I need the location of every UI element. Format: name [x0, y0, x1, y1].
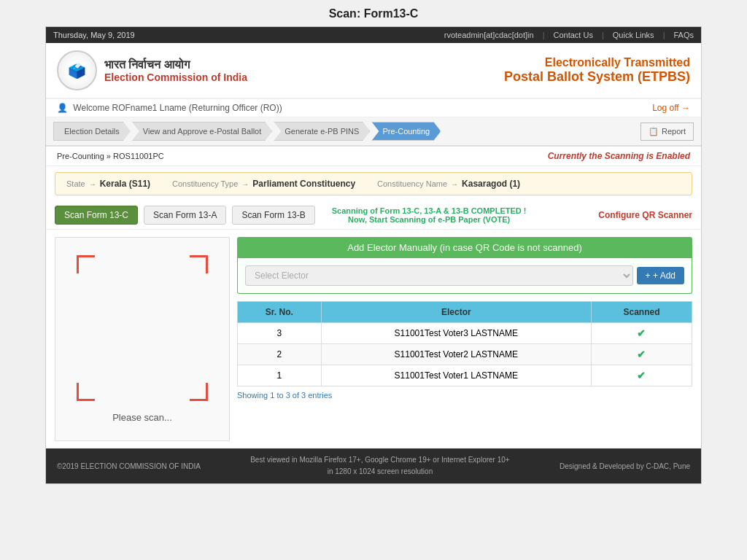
info-bar: State → Kerala (S11) Constituency Type →…	[55, 172, 692, 195]
cell-sr-no: 3	[238, 323, 322, 344]
welcome-text-container: 👤 Welcome ROFname1 Lname (Returning Offi…	[57, 103, 282, 113]
configure-qr-link[interactable]: Configure QR Scanner	[598, 210, 692, 220]
state-label: State	[66, 179, 85, 188]
scan-form-13c-button[interactable]: Scan Form 13-C	[55, 206, 138, 225]
scan-buttons-bar: Scan Form 13-C Scan Form 13-A Scan Form …	[46, 201, 701, 230]
welcome-text: Welcome ROFname1 Lname (Returning Office…	[73, 103, 282, 113]
add-elector-section: Add Elector Manually (in case QR Code is…	[237, 237, 692, 294]
cell-elector: S11001Test Voter3 LASTNAME	[321, 323, 591, 344]
tab-pre-counting[interactable]: Pre-Counting	[371, 122, 441, 141]
scan-form-13b-button[interactable]: Scan Form 13-B	[232, 206, 314, 225]
cell-scanned: ✔	[591, 344, 692, 365]
cell-sr-no: 1	[238, 365, 322, 386]
checkmark-icon: ✔	[637, 370, 646, 381]
scan-form-13a-button[interactable]: Scan Form 13-A	[144, 206, 226, 225]
tab-view-approve[interactable]: View and Approve e-Postal Ballot	[132, 122, 272, 141]
col-sr-no: Sr. No.	[238, 302, 322, 323]
scanner-corners	[77, 255, 208, 401]
elector-table: Sr. No. Elector Scanned 3 S11001Test Vot…	[237, 301, 692, 386]
cell-sr-no: 2	[238, 344, 322, 365]
right-panel: Add Elector Manually (in case QR Code is…	[237, 237, 692, 441]
table-row: 3 S11001Test Voter3 LASTNAME ✔	[238, 323, 692, 344]
state-value: Kerala (S11)	[100, 179, 150, 189]
corner-top-right	[190, 255, 208, 273]
email-label: rvoteadmin[at]cdac[dot]in	[444, 31, 534, 39]
col-elector: Elector	[321, 302, 591, 323]
org-name-eng: Election Commission of India	[104, 71, 247, 83]
constituency-type-info: Constituency Type → Parliament Constitue…	[172, 179, 355, 189]
resolution-text: in 1280 x 1024 screen resolution	[250, 466, 509, 478]
header-right: Electronically Transmitted Postal Ballot…	[504, 56, 690, 85]
breadcrumb-bar: Pre-Counting » ROS11001PC Currently the …	[46, 147, 701, 166]
corner-top-left	[77, 255, 95, 273]
top-bar: Thursday, May 9, 2019 rvoteadmin[at]cdac…	[46, 27, 701, 43]
date-label: Thursday, May 9, 2019	[53, 31, 135, 39]
scan-status-line1: Scanning of Form 13-C, 13-A & 13-B COMPL…	[332, 206, 527, 215]
cell-scanned: ✔	[591, 323, 692, 344]
logout-link[interactable]: Log off →	[652, 103, 690, 113]
tab-election-details[interactable]: Election Details	[53, 122, 131, 141]
nav-tabs: Election Details View and Approve e-Post…	[46, 117, 701, 147]
main-content: Please scan... Add Elector Manually (in …	[46, 230, 701, 448]
faqs-link[interactable]: FAQs	[673, 31, 694, 39]
add-elector-body: Select Elector + + Add	[237, 258, 692, 294]
constituency-name-label: Constituency Name	[377, 179, 447, 188]
corner-bottom-left	[77, 383, 95, 401]
footer-center: Best viewed in Mozilla Firefox 17+, Goog…	[250, 454, 509, 478]
welcome-bar: 👤 Welcome ROFname1 Lname (Returning Offi…	[46, 98, 701, 117]
table-row: 2 S11001Test Voter2 LASTNAME ✔	[238, 344, 692, 365]
add-elector-header: Add Elector Manually (in case QR Code is…	[237, 237, 692, 258]
cell-scanned: ✔	[591, 365, 692, 386]
scan-status-message: Scanning of Form 13-C, 13-A & 13-B COMPL…	[332, 206, 527, 224]
report-icon: 📋	[649, 127, 659, 136]
report-button[interactable]: 📋 Report	[640, 122, 694, 141]
footer: ©2019 ELECTION COMMISSION OF INDIA Best …	[46, 448, 701, 483]
constituency-type-value: Parliament Constituency	[252, 179, 355, 189]
cell-elector: S11001Test Voter2 LASTNAME	[321, 344, 591, 365]
constituency-name-value: Kasaragod (1)	[462, 179, 520, 189]
top-bar-right: rvoteadmin[at]cdac[dot]in | Contact Us |…	[444, 31, 694, 39]
etpbs-title1: Electronically Transmitted	[504, 56, 690, 69]
best-viewed-text: Best viewed in Mozilla Firefox 17+, Goog…	[250, 454, 509, 466]
scan-status-line2: Now, Start Scanning of e-PB Paper (VOTE)	[332, 215, 527, 224]
showing-text: Showing 1 to 3 of 3 entries	[237, 391, 692, 400]
page-title: Scan: Form13-C	[329, 7, 419, 20]
contact-us-link[interactable]: Contact Us	[553, 31, 592, 39]
header-left: 🗳️ भारत निर्वाचन आयोग Election Commissio…	[57, 50, 247, 90]
select-add-row: Select Elector + + Add	[245, 265, 684, 286]
scanner-preview: Please scan...	[55, 237, 230, 441]
main-wrapper: Thursday, May 9, 2019 rvoteadmin[at]cdac…	[45, 26, 702, 484]
scan-status: Currently the Scanning is Enabled	[548, 151, 690, 161]
tab-generate-pins[interactable]: Generate e-PB PINS	[274, 122, 370, 141]
plus-icon: +	[646, 271, 651, 281]
corner-bottom-right	[190, 383, 208, 401]
cell-elector: S11001Test Voter1 LASTNAME	[321, 365, 591, 386]
org-name: भारत निर्वाचन आयोग Election Commission o…	[104, 58, 247, 83]
checkmark-icon: ✔	[637, 349, 646, 360]
breadcrumb: Pre-Counting » ROS11001PC	[57, 152, 164, 160]
org-name-hindi: भारत निर्वाचन आयोग	[104, 58, 247, 71]
elector-select[interactable]: Select Elector	[245, 265, 633, 286]
state-info: State → Kerala (S11)	[66, 179, 150, 189]
etpbs-title2: Postal Ballot System (ETPBS)	[504, 69, 690, 85]
header: 🗳️ भारत निर्वाचन आयोग Election Commissio…	[46, 43, 701, 98]
copyright-text: ©2019 ELECTION COMMISSION OF INDIA	[57, 462, 201, 470]
add-elector-button[interactable]: + + Add	[637, 267, 684, 284]
table-row: 1 S11001Test Voter1 LASTNAME ✔	[238, 365, 692, 386]
checkmark-icon: ✔	[637, 327, 646, 339]
designed-by-text: Designed & Developed by C-DAC, Pune	[560, 462, 690, 470]
please-scan-text: Please scan...	[112, 412, 172, 423]
constituency-name-info: Constituency Name → Kasaragod (1)	[377, 179, 520, 189]
quick-links-link[interactable]: Quick Links	[613, 31, 654, 39]
user-icon: 👤	[57, 103, 68, 113]
col-scanned: Scanned	[591, 302, 692, 323]
constituency-type-label: Constituency Type	[172, 179, 238, 188]
eci-logo: 🗳️	[57, 50, 97, 90]
